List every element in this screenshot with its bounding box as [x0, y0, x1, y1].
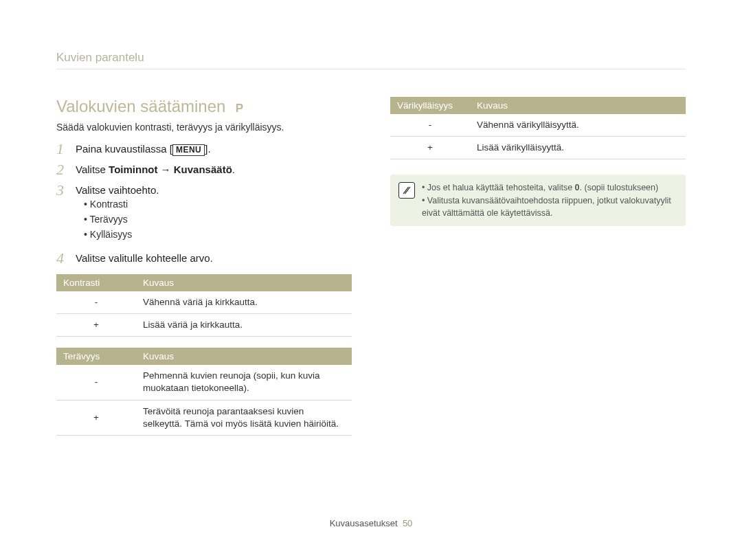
option-bullets: Kontrasti Terävyys Kylläisyys — [76, 196, 352, 246]
page: Kuvien parantelu Valokuvien säätäminen P… — [0, 0, 742, 447]
text: . — [232, 164, 235, 175]
table-cell: - — [390, 114, 470, 137]
lead-text: Säädä valokuvien kontrasti, terävyys ja … — [56, 122, 352, 133]
step-text: Valitse valitulle kohteelle arvo. — [76, 250, 352, 264]
text: ]. — [205, 143, 210, 155]
section-mode: P — [236, 102, 244, 115]
menu-button-label: MENU — [172, 144, 205, 156]
table-cell: - — [56, 291, 136, 314]
table-header: Kontrasti — [56, 274, 136, 291]
list-item: Kylläisyys — [84, 227, 352, 243]
table-cell: Lisää värikylläisyyttä. — [470, 137, 686, 159]
table-cell: + — [56, 400, 136, 435]
text-bold: 0 — [575, 183, 580, 192]
section-heading: Valokuvien säätäminen P — [56, 97, 352, 116]
table-contrast: Kontrasti Kuvaus - Vähennä väriä ja kirk… — [56, 274, 352, 337]
table-cell: + — [56, 313, 136, 336]
table-cell: Vähennä värikylläisyyttä. — [470, 114, 686, 137]
content-columns: Valokuvien säätäminen P Säädä valokuvien… — [56, 97, 686, 447]
list-item: Valitusta kuvansäätövaihtoehdosta riippu… — [422, 194, 677, 219]
table-row: - Vähennä väriä ja kirkkautta. — [56, 291, 352, 314]
text: Paina kuvaustilassa [ — [76, 143, 172, 155]
step-number: 4 — [56, 250, 76, 267]
table-row: + Lisää värikylläisyyttä. — [390, 137, 686, 159]
note-box: Jos et halua käyttää tehosteita, valitse… — [390, 175, 686, 225]
text: . (sopii tulostukseen) — [580, 183, 659, 192]
table-saturation: Värikylläisyys Kuvaus - Vähennä värikyll… — [390, 97, 686, 159]
step-number: 1 — [56, 141, 76, 157]
breadcrumb: Kuvien parantelu — [56, 51, 686, 69]
table-row: + Lisää väriä ja kirkkautta. — [56, 313, 352, 336]
list-item: Jos et halua käyttää tehosteita, valitse… — [422, 181, 677, 194]
table-cell: Terävöitä reunoja parantaaksesi kuvien s… — [136, 400, 352, 435]
step-text: Valitse Toiminnot → Kuvansäätö. — [76, 161, 352, 175]
table-header: Kuvaus — [136, 274, 352, 291]
list-item: Terävyys — [84, 212, 352, 227]
column-right: Värikylläisyys Kuvaus - Vähennä värikyll… — [390, 97, 686, 447]
table-row: - Vähennä värikylläisyyttä. — [390, 114, 686, 137]
section-title: Valokuvien säätäminen — [56, 97, 225, 116]
table-sharpness: Terävyys Kuvaus - Pehmennä kuvien reunoj… — [56, 348, 352, 436]
table-header: Värikylläisyys — [390, 97, 470, 114]
footer-label: Kuvausasetukset — [330, 518, 398, 528]
table-header: Kuvaus — [136, 348, 352, 365]
note-list: Jos et halua käyttää tehosteita, valitse… — [422, 181, 677, 219]
table-cell: Lisää väriä ja kirkkautta. — [136, 313, 352, 336]
list-item: Kontrasti — [84, 197, 352, 212]
step-text: Valitse vaihtoehto. Kontrasti Terävyys K… — [76, 182, 352, 246]
table-header: Terävyys — [56, 348, 136, 365]
column-left: Valokuvien säätäminen P Säädä valokuvien… — [56, 97, 352, 447]
table-cell: + — [390, 137, 470, 159]
text: Valitse — [76, 164, 109, 175]
table-cell: Pehmennä kuvien reunoja (sopii, kun kuvi… — [136, 365, 352, 400]
info-icon — [398, 182, 415, 199]
table-row: - Pehmennä kuvien reunoja (sopii, kun ku… — [56, 365, 352, 400]
step-text: Paina kuvaustilassa [MENU]. — [76, 141, 352, 156]
table-cell: - — [56, 365, 136, 400]
table-row: + Terävöitä reunoja parantaaksesi kuvien… — [56, 400, 352, 435]
table-cell: Vähennä väriä ja kirkkautta. — [136, 291, 352, 314]
menu-path: Toiminnot → Kuvansäätö — [109, 164, 232, 175]
text: Valitse vaihtoehto. — [76, 184, 159, 196]
text: Jos et halua käyttää tehosteita, valitse — [427, 183, 575, 192]
step-number: 3 — [56, 182, 76, 199]
steps-list: 1 Paina kuvaustilassa [MENU]. 2 Valitse … — [56, 141, 352, 267]
step-number: 2 — [56, 161, 76, 178]
page-number: 50 — [403, 518, 412, 528]
page-footer: Kuvausasetukset 50 — [0, 518, 742, 528]
table-header: Kuvaus — [470, 97, 686, 114]
